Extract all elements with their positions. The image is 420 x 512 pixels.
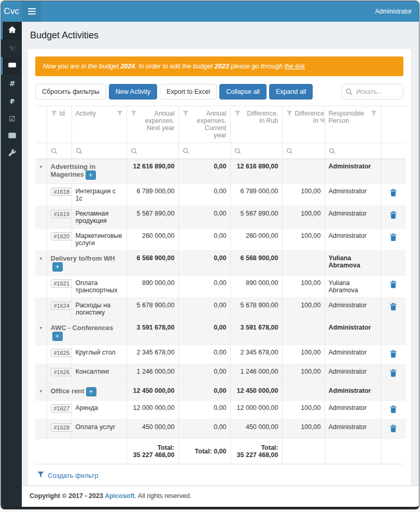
delete-activity-button[interactable] [388, 210, 399, 221]
collapse-caret-icon: ▾ [39, 325, 42, 331]
edit-budget-link[interactable]: the link [285, 63, 305, 70]
sidebar-item-3[interactable]: # [1, 75, 22, 92]
sidebar-item-4[interactable]: ₽ [1, 92, 22, 110]
activity-name: Оплата транспортных [72, 276, 127, 298]
filter-input-diff-rub[interactable] [243, 147, 280, 155]
group-responsible: Administrator [325, 383, 381, 401]
column-header-activity[interactable]: Activity [72, 106, 127, 143]
activity-diff-pct: 100,00 [282, 206, 325, 229]
alert-year-current: 2024 [120, 63, 135, 70]
column-header-current-year[interactable]: Annual expenses. Current year [178, 106, 230, 143]
group-row: ▾ Advertising in Magerines+ 12 616 890,0… [35, 159, 406, 184]
header-filter-funnel-icon[interactable] [371, 110, 377, 118]
export-to-excel-button[interactable]: Export to Excel [160, 84, 217, 99]
activity-current-year: 0,00 [178, 206, 230, 229]
column-header-diff-rub[interactable]: Difference. In Rub [230, 106, 282, 143]
header-filter-funnel-icon[interactable] [51, 110, 57, 118]
group-collapse-toggle[interactable]: ▾ [35, 251, 47, 276]
add-activity-to-group-button[interactable]: + [86, 387, 96, 396]
id-card-icon [8, 132, 16, 141]
group-responsible: Administrator [325, 320, 381, 345]
activity-diff-rub: 450 000,00 [230, 420, 282, 439]
activity-diff-pct: 100,00 [282, 364, 325, 383]
add-activity-to-group-button[interactable]: + [52, 332, 63, 341]
create-filter-button[interactable]: Создать фильтр [35, 464, 403, 481]
sidebar-item-7[interactable] [1, 145, 22, 163]
trash-icon [390, 405, 397, 413]
filter-input-activity[interactable] [85, 147, 124, 155]
header-filter-funnel-icon[interactable] [234, 110, 241, 118]
reset-filters-button[interactable]: Сбросить фильтры [35, 84, 106, 99]
group-collapse-toggle[interactable]: ▾ [35, 320, 47, 345]
app-logo[interactable]: Cvc [1, 1, 22, 22]
trash-icon [390, 303, 397, 310]
page-footer: Copyright © 2017 - 2023 Apicosoft. All r… [22, 486, 419, 507]
filter-input-id[interactable] [60, 147, 69, 155]
filter-input-responsible[interactable] [338, 147, 379, 155]
activity-name: Круглый стол [72, 345, 127, 364]
add-activity-to-group-button[interactable]: + [52, 262, 63, 272]
activity-diff-pct: 100,00 [282, 420, 325, 439]
search-icon [51, 148, 58, 154]
activity-row: #1620 Маркетинговые услуги 260 000,00 0,… [35, 229, 406, 251]
activity-id-badge[interactable]: #1625 [51, 349, 72, 357]
new-activity-button[interactable]: New Activity [109, 84, 157, 99]
delete-activity-button[interactable] [388, 232, 399, 244]
delete-activity-button[interactable] [388, 279, 399, 291]
activity-id-badge[interactable]: #1627 [51, 404, 72, 413]
header-filter-funnel-icon[interactable] [183, 110, 189, 118]
activity-current-year: 0,00 [178, 298, 230, 320]
group-collapse-toggle[interactable]: ▾ [35, 159, 47, 184]
sidebar-item-2[interactable] [1, 57, 22, 75]
group-row: ▾ Office rent+ 12 450 000,00 0,00 12 450… [35, 383, 406, 401]
content-card: Now you are in the budget 2024. In order… [27, 48, 412, 489]
sidebar-item-5[interactable]: ☑ [1, 110, 22, 127]
activity-name: Маркетинговые услуги [72, 229, 127, 251]
column-header-id[interactable]: Id [47, 106, 72, 143]
sidebar-toggle-button[interactable] [22, 1, 41, 22]
activity-responsible: Yuliana Abramova [325, 276, 381, 298]
delete-activity-button[interactable] [388, 404, 399, 416]
filter-input-current-year[interactable] [191, 147, 228, 155]
activity-id-badge[interactable]: #1618 [51, 188, 72, 196]
column-caption: Activity [76, 110, 114, 117]
group-diff-pct [282, 320, 325, 345]
activity-id-badge[interactable]: #1626 [51, 368, 72, 376]
delete-activity-button[interactable] [388, 188, 399, 199]
company-link[interactable]: Apicosoft [105, 492, 135, 500]
trash-icon [390, 211, 397, 219]
budget-grid: Id Activity Annual exp [35, 106, 406, 464]
home-icon [8, 26, 16, 36]
column-header-next-year[interactable]: Annual expenses. Next year [127, 106, 178, 143]
activity-id-badge[interactable]: #1628 [51, 423, 72, 432]
column-header-diff-pct[interactable]: Difference. In % [282, 106, 325, 143]
activity-id-badge[interactable]: #1619 [51, 210, 72, 218]
delete-activity-button[interactable] [388, 423, 399, 435]
activity-id-badge[interactable]: #1621 [51, 279, 72, 288]
filter-input-diff-pct[interactable] [295, 147, 323, 155]
header-filter-funnel-icon[interactable] [117, 110, 123, 118]
header-filter-funnel-icon[interactable] [131, 110, 137, 118]
sidebar-item-6[interactable] [1, 127, 22, 145]
column-header-responsible[interactable]: Responsible Person [325, 106, 381, 143]
group-diff-pct [282, 251, 325, 276]
header-filter-funnel-icon[interactable] [286, 110, 292, 118]
activity-diff-rub: 5 567 890,00 [230, 206, 282, 229]
add-activity-to-group-button[interactable]: + [86, 170, 96, 180]
delete-activity-button[interactable] [388, 349, 399, 360]
activity-current-year: 0,00 [178, 345, 230, 364]
group-collapse-toggle[interactable]: ▾ [35, 383, 47, 401]
collapse-all-button[interactable]: Collapse all [219, 84, 267, 99]
delete-activity-button[interactable] [388, 368, 399, 379]
sidebar-item-1[interactable]: ☜ [1, 39, 22, 57]
activity-id-badge[interactable]: #1624 [51, 302, 72, 310]
expand-all-button[interactable]: Expand all [269, 84, 313, 99]
activity-responsible: Administrator [325, 364, 381, 383]
sidebar-item-0[interactable] [1, 22, 22, 39]
user-menu[interactable]: Administrator [368, 1, 419, 22]
activity-current-year: 0,00 [178, 401, 230, 420]
filter-input-next-year[interactable] [139, 147, 176, 155]
alert-text: please go through [229, 63, 285, 70]
delete-activity-button[interactable] [388, 302, 399, 313]
activity-id-badge[interactable]: #1620 [51, 232, 72, 240]
